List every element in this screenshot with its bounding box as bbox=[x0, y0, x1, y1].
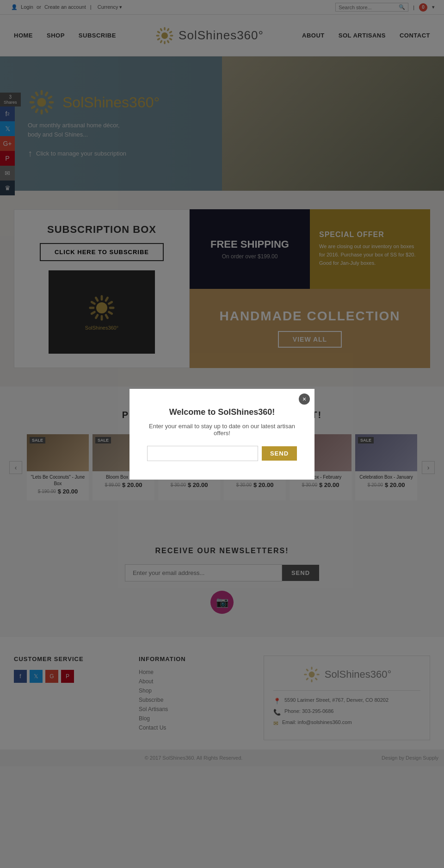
popup-send-button[interactable]: SEND bbox=[262, 446, 297, 461]
popup-overlay: × Welcome to SolShines360! Enter your em… bbox=[0, 0, 444, 766]
popup-email-input[interactable] bbox=[147, 446, 258, 461]
popup-input-row: SEND bbox=[143, 446, 301, 461]
popup-box: × Welcome to SolShines360! Enter your em… bbox=[130, 389, 314, 480]
popup-title: Welcome to SolShines360! bbox=[143, 407, 301, 417]
popup-close-button[interactable]: × bbox=[299, 393, 310, 405]
popup-subtitle: Enter your email to stay up to date on o… bbox=[143, 423, 301, 437]
